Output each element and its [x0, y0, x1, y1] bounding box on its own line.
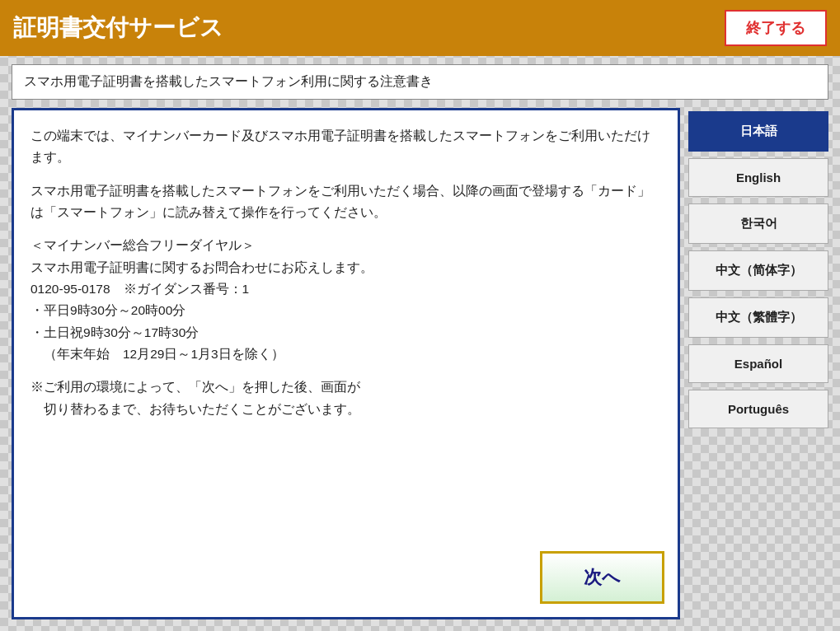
lang-button-zh-cn[interactable]: 中文（简体字） — [688, 250, 828, 291]
content-paragraph-3: ＜マイナンバー総合フリーダイヤル＞ スマホ用電子証明書に関するお問合わせにお応え… — [31, 235, 661, 365]
lang-button-ja[interactable]: 日本語 — [688, 111, 828, 152]
content-box: この端末では、マイナンバーカード及びスマホ用電子証明書を搭載したスマートフォンを… — [12, 108, 680, 619]
free-dial-title: ＜マイナンバー総合フリーダイヤル＞ — [31, 238, 255, 252]
next-button[interactable]: 次へ — [540, 551, 664, 604]
exit-button[interactable]: 終了する — [725, 10, 827, 46]
content-paragraph-1: この端末では、マイナンバーカード及びスマホ用電子証明書を搭載したスマートフォンを… — [31, 125, 661, 169]
lang-button-zh-tw[interactable]: 中文（繁體字） — [688, 297, 828, 338]
next-button-area: 次へ — [540, 551, 664, 604]
main-content: この端末では、マイナンバーカード及びスマホ用電子証明書を搭載したスマートフォンを… — [0, 108, 840, 631]
content-paragraph-4: ※ご利用の環境によって、「次へ」を押した後、画面が 切り替わるまで、お待ちいただ… — [31, 376, 661, 420]
lang-button-es[interactable]: Español — [688, 344, 828, 383]
notice-bar: スマホ用電子証明書を搭載したスマートフォン利用に関する注意書き — [12, 64, 828, 100]
lang-button-pt[interactable]: Português — [688, 390, 828, 428]
lang-button-ko[interactable]: 한국어 — [688, 203, 828, 244]
header: 証明書交付サービス 終了する — [0, 0, 840, 56]
lang-button-en[interactable]: English — [688, 158, 828, 197]
content-paragraph-2: スマホ用電子証明書を搭載したスマートフォンをご利用いただく場合、以降の画面で登場… — [31, 180, 661, 224]
app-title: 証明書交付サービス — [13, 12, 223, 44]
language-sidebar: 日本語English한국어中文（简体字）中文（繁體字）EspañolPortug… — [688, 108, 828, 619]
